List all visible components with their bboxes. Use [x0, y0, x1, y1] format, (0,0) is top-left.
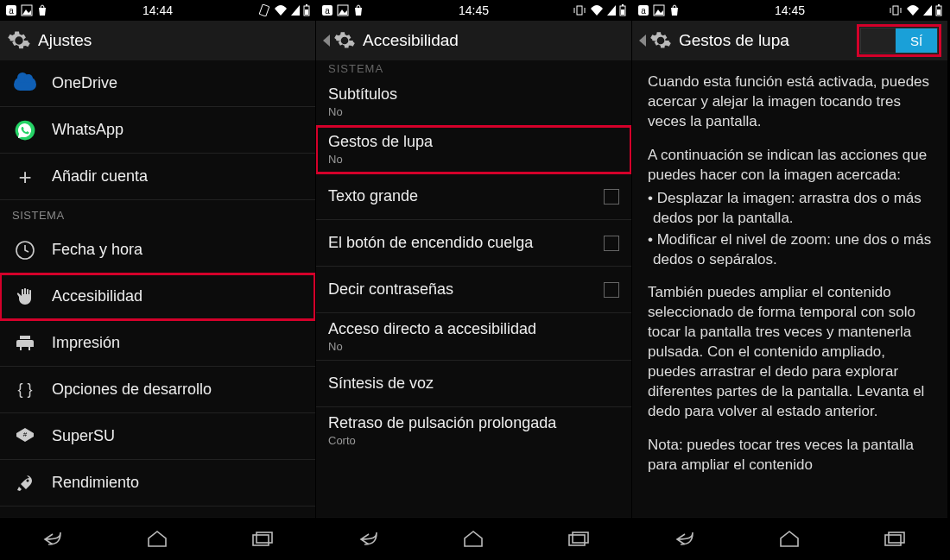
- battery-icon: [619, 4, 626, 16]
- recent-button[interactable]: [241, 526, 284, 552]
- plus-icon: +: [12, 164, 38, 190]
- rotate-icon: [258, 4, 270, 16]
- svg-rect-25: [622, 4, 624, 6]
- row-label: Decir contraseñas: [328, 280, 597, 299]
- clock-icon: [12, 237, 38, 263]
- back-to-settings[interactable]: [323, 29, 356, 52]
- row-performance[interactable]: Rendimiento: [0, 460, 315, 507]
- row-supersu[interactable]: # SuperSU: [0, 413, 315, 460]
- desc-bullet2: • Modificar el nivel de zoom: une dos o …: [648, 230, 932, 270]
- status-time: 14:45: [775, 3, 805, 17]
- recent-button[interactable]: [873, 526, 916, 552]
- magnification-description[interactable]: Cuando esta función está activada, puede…: [632, 60, 947, 517]
- home-button[interactable]: [136, 526, 179, 552]
- svg-rect-22: [577, 6, 582, 15]
- screen-magnification: a 14:45 Gestos de lupa SÍ Cuando esta fu…: [632, 0, 948, 560]
- status-bar: a 14:45: [316, 0, 631, 21]
- toggle-container: SÍ: [858, 25, 940, 56]
- recent-button[interactable]: [557, 526, 600, 552]
- status-left-icons: a: [637, 4, 681, 16]
- row-sub: No: [328, 340, 619, 353]
- nav-bar: [316, 517, 631, 560]
- row-about-phone[interactable]: Información del teléfono: [0, 507, 315, 517]
- amazon-icon: a: [5, 4, 17, 16]
- svg-marker-32: [655, 9, 663, 15]
- settings-list[interactable]: OneDrive WhatsApp + Añadir cuenta SISTEM…: [0, 60, 315, 517]
- status-bar: a 14:45: [632, 0, 947, 21]
- back-to-accessibility[interactable]: [639, 29, 672, 52]
- settings-gear-icon[interactable]: [7, 28, 31, 53]
- row-print[interactable]: Impresión: [0, 320, 315, 367]
- row-date-time[interactable]: Fecha y hora: [0, 227, 315, 274]
- wifi-icon: [590, 4, 604, 16]
- header-title: Ajustes: [38, 31, 92, 50]
- back-button[interactable]: [347, 526, 390, 552]
- row-label: Añadir cuenta: [52, 167, 303, 186]
- row-large-text[interactable]: Texto grande: [316, 173, 631, 220]
- row-whatsapp[interactable]: WhatsApp: [0, 107, 315, 154]
- svg-rect-7: [306, 4, 307, 6]
- row-label: El botón de encendido cuelga: [328, 234, 597, 252]
- row-power-ends-call[interactable]: El botón de encendido cuelga: [316, 220, 631, 267]
- header-title: Accesibilidad: [363, 31, 459, 50]
- row-label: Retraso de pulsación prolongada: [328, 414, 619, 432]
- image-icon: [337, 4, 349, 16]
- back-button[interactable]: [663, 526, 706, 552]
- row-label: Gestos de lupa: [328, 133, 619, 151]
- header-title: Gestos de lupa: [679, 31, 789, 50]
- row-label: Rendimiento: [52, 474, 303, 492]
- vibrate-icon: [573, 4, 586, 16]
- checkbox[interactable]: [604, 236, 619, 251]
- row-accessibility[interactable]: Accesibilidad: [0, 274, 315, 320]
- row-subtitles[interactable]: Subtítulos No: [316, 79, 631, 126]
- desc-bullet1: • Desplazar la imagen: arrastra dos o má…: [648, 189, 932, 229]
- section-cut: SISTEMA: [316, 60, 631, 79]
- braces-icon: { }: [12, 377, 38, 403]
- section-sistema: SISTEMA: [0, 200, 315, 227]
- row-onedrive[interactable]: OneDrive: [0, 60, 315, 107]
- settings-gear-icon: [333, 29, 356, 52]
- accessibility-list[interactable]: SISTEMA Subtítulos No Gestos de lupa No …: [316, 60, 631, 517]
- home-button[interactable]: [768, 526, 811, 552]
- desc-p2: A continuación se indican las acciones q…: [648, 146, 932, 186]
- row-label: Impresión: [52, 334, 303, 352]
- row-label: Fecha y hora: [52, 241, 303, 259]
- toggle-switch[interactable]: SÍ: [860, 28, 938, 53]
- amazon-icon: a: [637, 4, 649, 16]
- hand-icon: [12, 284, 38, 310]
- svg-point-12: [27, 479, 29, 481]
- row-dev-options[interactable]: { } Opciones de desarrollo: [0, 367, 315, 413]
- checkbox[interactable]: [604, 282, 619, 298]
- action-bar: Ajustes: [0, 21, 315, 60]
- screen-settings: a 14:44 Ajustes OneDrive WhatsApp: [0, 0, 316, 560]
- back-button[interactable]: [31, 526, 74, 552]
- row-label: Texto grande: [328, 187, 597, 205]
- row-label: Opciones de desarrollo: [52, 381, 303, 399]
- image-icon: [653, 4, 665, 16]
- home-button[interactable]: [452, 526, 495, 552]
- svg-text:#: #: [23, 431, 28, 438]
- svg-rect-28: [573, 532, 588, 543]
- wifi-icon: [274, 4, 288, 16]
- amazon-icon: a: [321, 4, 333, 16]
- signal-icon: [291, 4, 300, 16]
- desc-p4: Nota: puedes tocar tres veces la pantall…: [648, 436, 932, 475]
- status-right-icons: [889, 4, 942, 16]
- row-long-press[interactable]: Retraso de pulsación prolongada Corto: [316, 407, 631, 454]
- checkbox[interactable]: [604, 189, 619, 204]
- settings-gear-icon: [649, 29, 672, 52]
- nav-bar: [632, 517, 947, 560]
- chevron-left-icon: [323, 35, 330, 47]
- status-left-icons: a: [5, 4, 48, 16]
- row-tts[interactable]: Síntesis de voz: [316, 361, 631, 407]
- row-accessibility-shortcut[interactable]: Acceso directo a accesibilidad No: [316, 313, 631, 361]
- svg-text:a: a: [325, 6, 330, 16]
- svg-rect-26: [621, 9, 624, 15]
- row-add-account[interactable]: + Añadir cuenta: [0, 154, 315, 200]
- row-speak-passwords[interactable]: Decir contraseñas: [316, 267, 631, 313]
- svg-marker-5: [291, 5, 300, 16]
- svg-rect-37: [937, 9, 940, 15]
- row-magnification[interactable]: Gestos de lupa No: [316, 126, 631, 173]
- battery-icon: [935, 4, 942, 16]
- row-label: WhatsApp: [52, 121, 303, 139]
